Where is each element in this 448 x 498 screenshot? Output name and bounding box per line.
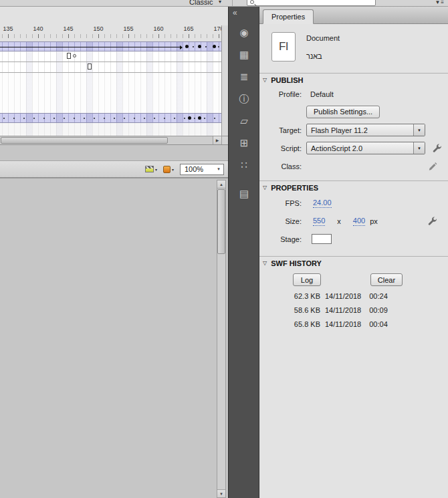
ruler-frame-number: 135 [3,25,13,32]
keyframe-dot [188,116,191,120]
chevron-down-icon: ▼ [413,142,425,154]
library-icon[interactable]: ▤ [235,185,253,203]
publish-settings-row: Publish Settings... [259,102,448,121]
frame-dot [194,118,195,119]
scroll-down-arrow[interactable]: ▼ [217,489,225,497]
dock-icons: ◉▦≣ⓘ▱⊞∷▤ [229,24,259,207]
properties-body: Fl Document באנר ▽ PUBLISH Profile: Defa… [259,24,448,498]
edit-bar: ▾ ▾ 100% ▾ [0,160,228,178]
panel-dock-iconbar: « ◉▦≣ⓘ▱⊞∷▤ [228,7,259,498]
stage-color-swatch[interactable] [312,234,332,244]
application-bar: Classic ▾ ▼≡ [0,0,448,7]
transform-icon[interactable]: ▱ [235,112,253,130]
script-settings-wrench-icon[interactable] [432,143,442,153]
clapperboard-icon [145,166,154,172]
chevron-down-icon: ▾ [219,0,221,5]
swatches-icon[interactable]: ▦ [235,46,253,64]
ruler-frame-number: 140 [33,25,43,32]
timeline-scroll-gutter [221,25,228,136]
keyframe-dot [198,45,201,48]
keyframe-dot [198,116,201,120]
collapse-dock-icon[interactable]: « [233,8,237,17]
ruler-frame-number: 155 [123,25,133,32]
zoom-select[interactable]: 100% ▾ [180,164,224,175]
script-label: Script: [259,144,302,152]
scrollbar-thumb[interactable] [217,189,225,254]
edit-symbols-button[interactable]: ▾ [163,166,174,173]
info-icon[interactable]: ⓘ [235,90,253,108]
size-label: Size: [259,217,302,225]
timeline-ruler[interactable]: 135140145150155160165170 [0,25,221,33]
collapse-triangle-icon: ▽ [263,260,267,266]
document-name[interactable]: באנר [306,52,340,60]
edit-scene-button[interactable]: ▾ [145,166,157,172]
timeline-horizontal-scrollbar[interactable]: ▶ [0,136,228,144]
target-dropdown[interactable]: Flash Player 11.2 ▼ [306,124,425,136]
frame-dot [94,118,95,119]
components-icon[interactable]: ⊞ [235,134,253,152]
collapse-triangle-icon: ▽ [263,77,267,83]
frame-dot [218,46,219,47]
timeline-track-row[interactable] [0,123,221,136]
panel-menu-icon[interactable]: ▼≡ [435,0,445,5]
main-area: 135140145150155160165170 ▶ ▾ [0,7,448,498]
size-width-value[interactable]: 550 [313,217,325,226]
flash-document-icon: Fl [271,32,296,61]
fps-value[interactable]: 24.00 [313,199,332,208]
keyframe-dot [185,45,189,48]
frame-dot [74,118,75,119]
timeline-track-row[interactable] [0,62,221,73]
swf-history-row: 65.8 KB14/11/201800:04 [259,317,448,331]
frame-dot [43,118,45,119]
script-row: Script: ActionScript 2.0 ▼ [259,139,448,157]
section-publish[interactable]: ▽ PUBLISH [259,73,448,86]
size-height-value[interactable]: 400 [353,217,365,226]
frame-dot [64,118,65,119]
size-row: Size: 550 x 400 px [259,212,448,230]
timeline-track-row-tween[interactable] [0,41,221,51]
swf-history-buttons: Log Clear [259,273,448,286]
hist-time: 00:04 [369,320,388,328]
empty-keyframe-marker [67,53,71,59]
publish-settings-button[interactable]: Publish Settings... [306,106,380,118]
scrollbar-thumb[interactable] [1,137,168,144]
scroll-up-arrow[interactable]: ▲ [217,180,225,189]
motion-presets-icon[interactable]: ∷ [235,156,253,174]
stage-label: Stage: [259,235,302,243]
chevron-down-icon: ▾ [172,167,174,172]
frame-dot [184,118,185,119]
align-icon[interactable]: ≣ [235,68,253,86]
ruler-frame-number: 145 [63,25,73,32]
scroll-right-arrow[interactable]: ▶ [213,136,221,144]
log-button[interactable]: Log [293,273,321,286]
search-input[interactable] [247,0,376,6]
section-properties[interactable]: ▽ PROPERTIES [259,180,448,194]
timeline-track-row-tween[interactable] [0,113,221,123]
keyframe-dot [213,45,216,48]
chevron-down-icon: ▼ [413,124,425,136]
section-label: SWF HISTORY [271,259,322,267]
timeline-empty-grid[interactable] [0,73,221,113]
profile-label: Profile: [259,90,302,98]
timeline-track-row[interactable] [0,51,221,62]
hist-size: 58.6 KB [259,306,320,314]
script-dropdown[interactable]: ActionScript 2.0 ▼ [306,142,425,154]
document-type-label: Document [306,34,340,42]
frame-dot [144,118,145,119]
swf-history-row: 62.3 KB14/11/201800:24 [259,289,448,303]
frame-dot [84,118,85,119]
stage-pasteboard[interactable]: ▲ ▼ [0,178,228,498]
ruler-frame-number: 160 [153,25,163,32]
frame-dot [205,46,207,47]
section-swf-history[interactable]: ▽ SWF HISTORY [259,256,448,269]
frame-dot [53,118,55,119]
class-row: Class: [259,157,448,175]
workspace-switcher[interactable]: Classic [189,0,213,6]
edit-class-pencil-icon[interactable] [428,162,437,171]
color-panel-icon[interactable]: ◉ [235,24,253,41]
tab-properties[interactable]: Properties [263,9,314,24]
stage-vertical-scrollbar[interactable]: ▲ ▼ [217,180,226,498]
hist-date: 14/11/2018 [325,306,361,314]
size-settings-wrench-icon[interactable] [427,216,437,226]
clear-button[interactable]: Clear [370,273,403,286]
